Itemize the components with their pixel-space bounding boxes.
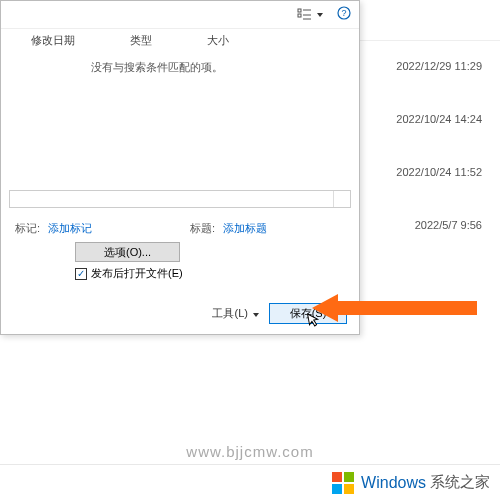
tag-title-row: 标记: 添加标记 标题: 添加标题 — [15, 221, 345, 236]
checkbox-label: 发布后打开文件(E) — [91, 266, 183, 281]
page-footer: Windows 系统之家 — [0, 464, 500, 500]
bg-date: 2022/10/24 14:24 — [396, 113, 482, 125]
add-title-link[interactable]: 添加标题 — [223, 221, 267, 236]
options-button-label: 选项(O)... — [104, 245, 151, 260]
empty-message: 没有与搜索条件匹配的项。 — [1, 56, 359, 75]
checkbox-checked-icon[interactable]: ✓ — [75, 268, 87, 280]
chevron-down-icon — [317, 13, 323, 17]
header-type[interactable]: 类型 — [130, 33, 152, 48]
svg-rect-0 — [298, 9, 301, 12]
column-headers: 修改日期 类型 大小 — [1, 29, 359, 56]
windows-logo-icon — [331, 470, 357, 496]
details-view-icon — [297, 8, 313, 22]
tag-label: 标记: — [15, 221, 40, 236]
save-dialog: ? 修改日期 类型 大小 没有与搜索条件匹配的项。 标记: 添加标记 标题: 添… — [0, 0, 360, 335]
file-list-area: 没有与搜索条件匹配的项。 — [1, 56, 359, 211]
header-size[interactable]: 大小 — [207, 33, 229, 48]
bg-date: 2022/5/7 9:56 — [396, 219, 482, 231]
bg-date: 2022/12/29 11:29 — [396, 60, 482, 72]
bg-date: 2022/10/24 11:52 — [396, 166, 482, 178]
tools-dropdown[interactable]: 工具(L) — [212, 306, 259, 321]
svg-rect-1 — [298, 14, 301, 17]
header-date[interactable]: 修改日期 — [31, 33, 75, 48]
dialog-toolbar: ? — [1, 1, 359, 29]
footer-brand: Windows — [361, 474, 426, 492]
save-button[interactable]: 保存(S) — [269, 303, 347, 324]
open-after-publish-row[interactable]: ✓ 发布后打开文件(E) — [75, 266, 345, 281]
svg-text:?: ? — [341, 8, 346, 18]
metadata-area: 标记: 添加标记 标题: 添加标题 选项(O)... ✓ 发布后打开文件(E) — [1, 211, 359, 287]
svg-rect-10 — [332, 484, 342, 494]
view-mode-button[interactable] — [291, 5, 329, 25]
title-label: 标题: — [190, 221, 215, 236]
bg-date-list: 2022/12/29 11:29 2022/10/24 14:24 2022/1… — [396, 60, 482, 272]
watermark-text: www.bjjcmw.com — [0, 443, 500, 460]
chevron-down-icon — [253, 313, 259, 317]
svg-rect-11 — [344, 484, 354, 494]
help-icon[interactable]: ? — [337, 6, 351, 23]
filename-field[interactable] — [9, 190, 351, 208]
add-tag-link[interactable]: 添加标记 — [48, 221, 92, 236]
svg-rect-9 — [344, 472, 354, 482]
svg-rect-8 — [332, 472, 342, 482]
footer-sub: 系统之家 — [430, 473, 490, 492]
options-button[interactable]: 选项(O)... — [75, 242, 180, 262]
dialog-bottom-bar: 工具(L) 保存(S) — [212, 303, 347, 324]
tools-label: 工具(L) — [212, 307, 247, 319]
